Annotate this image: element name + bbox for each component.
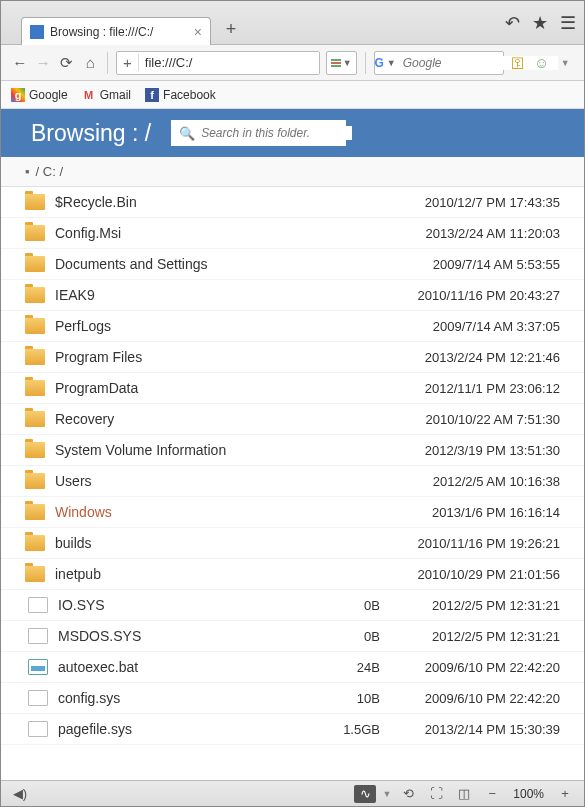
activity-monitor-icon[interactable]: ∿ bbox=[354, 785, 376, 803]
item-name: config.sys bbox=[58, 690, 320, 706]
folder-icon bbox=[25, 535, 45, 551]
search-icon: 🔍 bbox=[179, 126, 195, 141]
chevron-down-icon[interactable]: ▼ bbox=[384, 58, 399, 68]
refresh-panel-icon[interactable]: ⟲ bbox=[397, 785, 419, 803]
list-item[interactable]: Program Files2013/2/24 PM 12:21:46 bbox=[1, 342, 584, 373]
reload-button[interactable]: ⟳ bbox=[58, 52, 76, 74]
list-item[interactable]: IEAK92010/11/16 PM 20:43:27 bbox=[1, 280, 584, 311]
chevron-down-icon[interactable]: ▼ bbox=[382, 789, 391, 799]
chevron-down-icon[interactable]: ▼ bbox=[557, 52, 575, 74]
item-date: 2009/7/14 AM 5:53:55 bbox=[390, 257, 560, 272]
tab-close-icon[interactable]: × bbox=[194, 24, 202, 40]
key-icon[interactable]: ⚿ bbox=[510, 52, 528, 74]
zoom-in-button[interactable]: + bbox=[554, 785, 576, 803]
home-button[interactable]: ⌂ bbox=[82, 52, 100, 74]
folder-icon bbox=[25, 225, 45, 241]
item-date: 2010/10/22 AM 7:51:30 bbox=[390, 412, 560, 427]
item-date: 2013/2/24 PM 12:21:46 bbox=[390, 350, 560, 365]
file-icon bbox=[28, 628, 48, 644]
bookmark-facebook[interactable]: f Facebook bbox=[145, 88, 216, 102]
page-title: Browsing : / bbox=[31, 120, 151, 147]
item-date: 2013/2/24 AM 11:20:03 bbox=[390, 226, 560, 241]
list-item[interactable]: ProgramData2012/11/1 PM 23:06:12 bbox=[1, 373, 584, 404]
breadcrumb[interactable]: ▪ / C: / bbox=[1, 157, 584, 187]
zoom-level: 100% bbox=[509, 787, 548, 801]
menu-list-icon[interactable]: ☰ bbox=[560, 12, 576, 34]
folder-search-input[interactable] bbox=[201, 126, 352, 140]
item-size: 10B bbox=[320, 691, 380, 706]
chevron-down-icon: ▼ bbox=[343, 58, 352, 68]
folder-icon bbox=[25, 256, 45, 272]
url-add-icon[interactable]: + bbox=[117, 54, 139, 71]
list-item[interactable]: Users2012/2/5 AM 10:16:38 bbox=[1, 466, 584, 497]
back-button[interactable]: ← bbox=[11, 52, 29, 74]
folder-icon bbox=[25, 318, 45, 334]
list-item[interactable]: Config.Msi2013/2/24 AM 11:20:03 bbox=[1, 218, 584, 249]
bookmark-gmail[interactable]: M Gmail bbox=[82, 88, 131, 102]
fullscreen-icon[interactable]: ⛶ bbox=[425, 785, 447, 803]
item-date: 2009/6/10 PM 22:42:20 bbox=[390, 691, 560, 706]
item-date: 2012/2/5 AM 10:16:38 bbox=[390, 474, 560, 489]
search-engine-box[interactable]: G ▼ bbox=[374, 51, 504, 75]
tab-title: Browsing : file:///C:/ bbox=[50, 25, 188, 39]
item-name: Users bbox=[55, 473, 320, 489]
speaker-icon[interactable]: ◀) bbox=[9, 785, 31, 803]
breadcrumb-path: / C: / bbox=[36, 164, 63, 179]
item-name: System Volume Information bbox=[55, 442, 320, 458]
facebook-icon: f bbox=[145, 88, 159, 102]
item-name: builds bbox=[55, 535, 320, 551]
list-item[interactable]: inetpub2010/10/29 PM 21:01:56 bbox=[1, 559, 584, 590]
bookmark-star-icon[interactable]: ★ bbox=[532, 12, 548, 34]
list-item[interactable]: MSDOS.SYS0B2012/2/5 PM 12:31:21 bbox=[1, 621, 584, 652]
folder-search-box[interactable]: 🔍 bbox=[171, 120, 346, 146]
item-name: PerfLogs bbox=[55, 318, 320, 334]
list-item[interactable]: config.sys10B2009/6/10 PM 22:42:20 bbox=[1, 683, 584, 714]
item-name: autoexec.bat bbox=[58, 659, 320, 675]
item-size: 24B bbox=[320, 660, 380, 675]
item-date: 2010/11/16 PM 19:26:21 bbox=[390, 536, 560, 551]
item-name: Program Files bbox=[55, 349, 320, 365]
list-item[interactable]: $Recycle.Bin2010/12/7 PM 17:43:35 bbox=[1, 187, 584, 218]
list-item[interactable]: Documents and Settings2009/7/14 AM 5:53:… bbox=[1, 249, 584, 280]
nav-toolbar: ← → ⟳ ⌂ + ▼ G ▼ ⚿ ☺ ▼ bbox=[1, 45, 584, 81]
item-date: 2012/3/19 PM 13:51:30 bbox=[390, 443, 560, 458]
zoom-out-button[interactable]: − bbox=[481, 785, 503, 803]
side-panel-icon[interactable]: ◫ bbox=[453, 785, 475, 803]
file-listing: $Recycle.Bin2010/12/7 PM 17:43:35Config.… bbox=[1, 187, 584, 780]
item-name: Config.Msi bbox=[55, 225, 320, 241]
browser-tab[interactable]: Browsing : file:///C:/ × bbox=[21, 17, 211, 45]
file-icon bbox=[28, 597, 48, 613]
list-item[interactable]: Windows2013/1/6 PM 16:16:14 bbox=[1, 497, 584, 528]
file-icon bbox=[28, 690, 48, 706]
status-bar: ◀) ∿ ▼ ⟲ ⛶ ◫ − 100% + bbox=[1, 780, 584, 806]
sort-dropdown[interactable]: ▼ bbox=[326, 51, 357, 75]
file-icon bbox=[28, 659, 48, 675]
list-item[interactable]: System Volume Information2012/3/19 PM 13… bbox=[1, 435, 584, 466]
item-date: 2010/10/29 PM 21:01:56 bbox=[390, 567, 560, 582]
item-date: 2009/6/10 PM 22:42:20 bbox=[390, 660, 560, 675]
item-name: ProgramData bbox=[55, 380, 320, 396]
bookmark-google[interactable]: g Google bbox=[11, 88, 68, 102]
list-item[interactable]: Recovery2010/10/22 AM 7:51:30 bbox=[1, 404, 584, 435]
titlebar: Browsing : file:///C:/ × + ↶ ★ ☰ bbox=[1, 1, 584, 45]
forward-button[interactable]: → bbox=[35, 52, 53, 74]
list-item[interactable]: autoexec.bat24B2009/6/10 PM 22:42:20 bbox=[1, 652, 584, 683]
item-date: 2010/12/7 PM 17:43:35 bbox=[390, 195, 560, 210]
list-item[interactable]: pagefile.sys1.5GB2013/2/14 PM 15:30:39 bbox=[1, 714, 584, 745]
file-icon bbox=[28, 721, 48, 737]
item-date: 2013/1/6 PM 16:16:14 bbox=[390, 505, 560, 520]
new-tab-button[interactable]: + bbox=[219, 18, 243, 40]
url-input[interactable] bbox=[139, 52, 319, 74]
item-size: 1.5GB bbox=[320, 722, 380, 737]
bookmark-label: Facebook bbox=[163, 88, 216, 102]
url-box[interactable]: + bbox=[116, 51, 320, 75]
gmail-icon: M bbox=[82, 88, 96, 102]
item-date: 2012/11/1 PM 23:06:12 bbox=[390, 381, 560, 396]
user-icon[interactable]: ☺ bbox=[533, 52, 551, 74]
folder-icon bbox=[25, 473, 45, 489]
list-item[interactable]: IO.SYS0B2012/2/5 PM 12:31:21 bbox=[1, 590, 584, 621]
item-size: 0B bbox=[320, 629, 380, 644]
list-item[interactable]: PerfLogs2009/7/14 AM 3:37:05 bbox=[1, 311, 584, 342]
undo-icon[interactable]: ↶ bbox=[505, 12, 520, 34]
list-item[interactable]: builds2010/11/16 PM 19:26:21 bbox=[1, 528, 584, 559]
